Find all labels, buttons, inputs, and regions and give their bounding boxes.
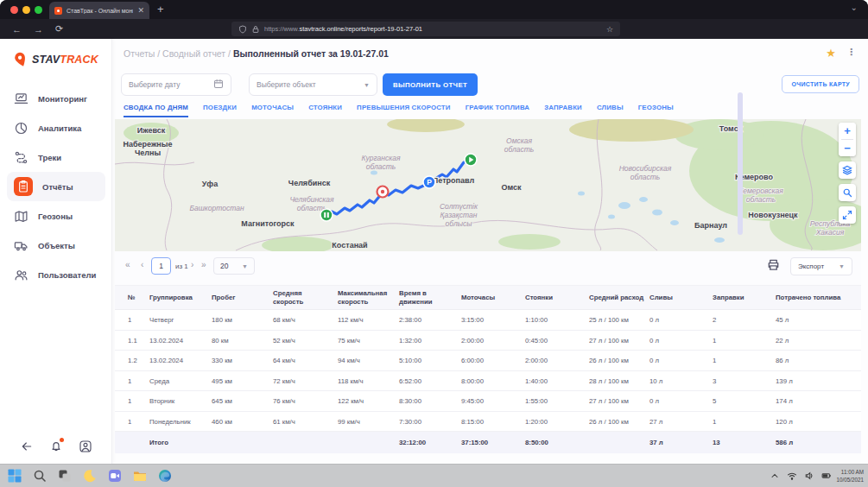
sidebar-item-monitoring[interactable]: Мониторинг xyxy=(7,84,105,113)
breadcrumb-subsection[interactable]: Сводный отчет xyxy=(162,48,225,59)
tab-item[interactable]: МОТОЧАСЫ xyxy=(251,104,294,117)
kebab-menu-icon[interactable]: ⋮ xyxy=(846,47,856,58)
tab-item[interactable]: СЛИВЫ xyxy=(597,104,624,117)
sidebar-item-tracks[interactable]: Треки xyxy=(7,142,105,172)
map-city-label: Магнитогорск xyxy=(241,219,295,228)
table-row[interactable]: 1Четверг180 км68 км/ч112 км/ч2:38:003:15… xyxy=(115,310,861,331)
browser-tab[interactable]: СтавТрак - Онлайн мониторин ✕ xyxy=(49,2,149,19)
sidebar-item-reports[interactable]: Отчёты xyxy=(7,172,105,201)
sidebar-item-objects[interactable]: Объекты xyxy=(7,231,105,260)
table-cell: 1 xyxy=(128,397,149,405)
page-size-select[interactable]: 20▼ xyxy=(213,257,255,275)
tab-item[interactable]: ГЕОЗОНЫ xyxy=(638,104,674,117)
first-page-button[interactable]: « xyxy=(125,260,130,269)
new-tab-button[interactable]: + xyxy=(157,3,164,16)
route-marker-start[interactable] xyxy=(465,154,477,166)
sidebar-item-analytics[interactable]: Аналитика xyxy=(7,113,105,142)
last-page-button[interactable]: » xyxy=(201,260,206,269)
favorite-star-icon[interactable]: ★ xyxy=(826,47,836,60)
map-fullscreen-button[interactable] xyxy=(839,206,856,224)
table-row[interactable]: 1.213.02.2024330 км64 км/ч94 км/ч5:10:00… xyxy=(115,351,861,371)
profile-icon[interactable] xyxy=(79,440,92,453)
table-row[interactable]: 1.113.02.202480 км52 км/ч75 км/ч1:32:002… xyxy=(115,331,861,351)
route-marker-pause[interactable] xyxy=(320,209,333,221)
taskbar-chat-icon[interactable] xyxy=(108,469,122,483)
tab-item[interactable]: СТОЯНКИ xyxy=(308,104,342,117)
table-cell: 1 xyxy=(713,418,776,426)
stavtrack-logo[interactable]: STAVTRACK xyxy=(12,51,98,68)
table-cell: 27 л / 100 км xyxy=(589,337,649,345)
tab-item[interactable]: ПОЕЗДКИ xyxy=(203,104,237,117)
map-controls: + − xyxy=(839,123,856,224)
url-bar[interactable]: https://www.stavtrack.online/reports/rep… xyxy=(231,22,620,36)
tracking-shield-icon[interactable] xyxy=(238,25,247,34)
notifications-bell-icon[interactable] xyxy=(49,440,63,453)
map-zoom-in-button[interactable]: + xyxy=(839,123,856,139)
reload-button[interactable]: ⟳ xyxy=(55,23,63,35)
page-number-input[interactable] xyxy=(151,257,171,275)
clear-map-button[interactable]: ОЧИСТИТЬ КАРТУ xyxy=(782,75,859,93)
collapse-sidebar-button[interactable] xyxy=(20,440,34,453)
tab-item[interactable]: ПРЕВЫШЕНИЯ СКОРОСТИ xyxy=(357,104,451,117)
map[interactable]: ИжевскНабережныеЧелныУфаЧелябинскМагнито… xyxy=(115,119,861,251)
date-picker[interactable] xyxy=(121,73,231,96)
taskbar-start-icon[interactable] xyxy=(8,469,22,483)
notification-dot xyxy=(60,438,64,442)
map-search-button[interactable] xyxy=(839,184,856,201)
export-select[interactable]: Экспорт▼ xyxy=(790,257,852,275)
print-button[interactable] xyxy=(767,258,780,271)
taskbar-moon-icon[interactable] xyxy=(83,469,97,483)
prev-page-button[interactable]: ‹ xyxy=(141,260,143,269)
table-cell: 99 км/ч xyxy=(338,418,399,426)
date-input[interactable] xyxy=(129,80,213,89)
map-layers-button[interactable] xyxy=(839,161,856,179)
table-cell: 0:45:00 xyxy=(525,337,589,345)
taskbar-clock[interactable]: 11:00 AM 10/05/2021 xyxy=(836,468,864,484)
tray-chevron-icon[interactable] xyxy=(770,471,780,481)
taskbar-edge-icon[interactable] xyxy=(158,469,172,483)
tab-item[interactable]: ГРАФИК ТОПЛИВА xyxy=(466,104,530,117)
table-cell: 1 xyxy=(713,357,776,364)
column-header: Потрачено топлива xyxy=(776,290,861,306)
map-zoom-out-button[interactable]: − xyxy=(839,140,856,156)
table-row[interactable]: 1Вторник645 км76 км/ч122 км/ч8:30:009:45… xyxy=(115,391,861,412)
map-canvas: ИжевскНабережныеЧелныУфаЧелябинскМагнито… xyxy=(115,119,861,251)
tab-item[interactable]: ЗАПРАВКИ xyxy=(544,104,582,117)
tab-close-icon[interactable]: ✕ xyxy=(137,7,144,15)
route-marker-stop[interactable] xyxy=(377,187,389,198)
back-button[interactable]: ← xyxy=(12,24,22,35)
tab-active[interactable]: СВОДКА ПО ДНЯМ xyxy=(124,104,188,117)
wifi-icon[interactable] xyxy=(787,471,797,481)
monitoring-icon xyxy=(14,92,29,106)
sidebar-item-geozones[interactable]: Геозоны xyxy=(7,201,105,231)
taskbar-explorer-icon[interactable] xyxy=(133,469,147,483)
window-close-button[interactable] xyxy=(10,6,18,14)
taskbar-search-icon[interactable] xyxy=(33,469,47,483)
table-cell: 76 км/ч xyxy=(273,397,338,405)
app-content: STAVTRACK МониторингАналитикаТрекиОтчёты… xyxy=(0,39,868,464)
table-cell: 645 км xyxy=(212,397,273,405)
window-zoom-button[interactable] xyxy=(35,6,42,14)
sidebar-item-label: Отчёты xyxy=(42,182,73,192)
table-cell: 72 км/ч xyxy=(273,377,338,385)
forward-button[interactable]: → xyxy=(34,24,43,35)
volume-icon[interactable] xyxy=(804,471,814,481)
pagination-bar: « ‹ из 1 › » 20▼ Экспорт▼ xyxy=(115,251,861,286)
taskbar-taskview-icon[interactable] xyxy=(58,469,72,483)
system-tray[interactable] xyxy=(770,471,832,481)
route-marker-parking[interactable]: P xyxy=(423,176,435,188)
vertical-scrollbar[interactable] xyxy=(738,92,743,235)
window-minimize-button[interactable] xyxy=(22,6,30,14)
object-select[interactable]: Выберите объект ▼ xyxy=(249,73,377,96)
bookmark-star-icon[interactable]: ☆ xyxy=(606,25,613,34)
lock-icon[interactable] xyxy=(251,25,260,34)
run-report-button[interactable]: ВЫПОЛНИТЬ ОТЧЕТ xyxy=(383,73,478,96)
table-row[interactable]: 1Понедельник460 км61 км/ч99 км/ч7:30:008… xyxy=(115,412,861,433)
sidebar-item-users[interactable]: Пользователи xyxy=(7,260,105,289)
column-header: Группировка xyxy=(149,290,212,306)
table-row[interactable]: 1Среда495 км72 км/ч118 км/ч6:52:008:00:0… xyxy=(115,371,861,392)
battery-icon[interactable] xyxy=(821,471,832,481)
breadcrumb-section[interactable]: Отчеты xyxy=(124,48,155,59)
tabs-list-chevron-icon[interactable]: ⌄ xyxy=(851,3,858,12)
next-page-button[interactable]: › xyxy=(191,260,193,269)
